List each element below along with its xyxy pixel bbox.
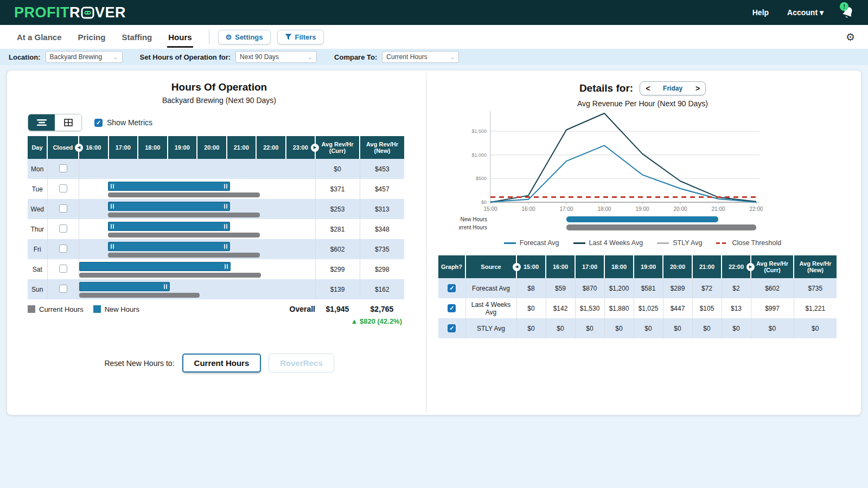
drag-handle-left-icon[interactable]	[111, 224, 112, 229]
drag-handle-right-icon[interactable]	[226, 184, 227, 189]
drag-handle-right-icon[interactable]	[227, 264, 228, 269]
closed-checkbox[interactable]	[59, 265, 67, 273]
graph-checkbox[interactable]	[448, 324, 456, 332]
svg-text:$1,500: $1,500	[471, 129, 487, 134]
drag-handle-right-icon[interactable]	[226, 204, 227, 209]
drag-handle-right-icon[interactable]	[226, 224, 227, 229]
reset-row: Reset New Hours to: Current Hours RoverR…	[28, 354, 411, 373]
series-line-last-4-weeks-avg	[490, 113, 756, 202]
day-label: Fri	[28, 239, 47, 259]
closed-checkbox[interactable]	[59, 204, 67, 213]
drag-handle-left-icon[interactable]	[113, 224, 114, 229]
new-hours-bar[interactable]	[108, 202, 229, 211]
filters-button[interactable]: Filters	[277, 30, 324, 44]
hours-row-fri: Fri$602$735	[28, 239, 404, 259]
list-view-button[interactable]	[28, 114, 55, 131]
show-metrics-checkbox[interactable]	[94, 119, 103, 127]
nav-divider	[209, 29, 209, 44]
svg-text:17:00: 17:00	[559, 206, 573, 212]
source-label: STLY Avg	[465, 318, 516, 338]
drag-handle-right-icon[interactable]	[224, 244, 225, 249]
avg-rev-new-value: $298	[360, 259, 404, 279]
roverrecs-button[interactable]: RoverRecs	[269, 354, 334, 373]
logo-rover-r: R	[69, 5, 80, 20]
closed-checkbox[interactable]	[59, 285, 67, 293]
set-hours-select[interactable]: Next 90 Days⌄	[235, 51, 317, 63]
new-hours-bar[interactable]	[108, 222, 229, 231]
drag-handle-right-icon[interactable]	[164, 284, 165, 289]
profitrover-logo[interactable]: PROFITRVER	[14, 5, 126, 20]
next-day-button[interactable]: >	[695, 85, 700, 92]
scroll-later-icon[interactable]: ▶	[746, 263, 755, 271]
drag-handle-right-icon[interactable]	[224, 224, 225, 229]
closed-checkbox[interactable]	[59, 245, 67, 253]
closed-checkbox[interactable]	[59, 224, 67, 233]
legend-swatch	[716, 242, 728, 244]
hours-bars-area	[79, 239, 315, 259]
nav-tabs: At a GlancePricingStaffingHours	[9, 27, 200, 48]
tab-pricing[interactable]: Pricing	[77, 27, 107, 48]
compare-to-select[interactable]: Current Hours⌄	[382, 51, 459, 63]
closed-checkbox[interactable]	[59, 164, 67, 172]
grid-view-button[interactable]	[55, 114, 81, 131]
revenue-line-chart: $0$500$1,000$1,50015:0016:0017:0018:0019…	[459, 109, 763, 237]
settings-button[interactable]: ⚙ Settings	[218, 30, 271, 44]
drag-handle-right-icon[interactable]	[224, 184, 225, 189]
drag-handle-left-icon[interactable]	[111, 184, 112, 189]
overall-new-value: $2,765	[360, 305, 404, 313]
hour-value: $0	[722, 318, 751, 338]
drag-handle-left-icon[interactable]	[111, 244, 112, 249]
avg-rev-new-value: $162	[360, 279, 404, 299]
legend-current-hours: Current Hours	[28, 305, 84, 313]
tab-staffing[interactable]: Staffing	[120, 27, 153, 48]
drag-handle-right-icon[interactable]	[225, 264, 226, 269]
account-menu[interactable]: Account ▾	[787, 8, 824, 17]
graph-checkbox[interactable]	[448, 284, 456, 292]
time-column-header: 16:00◀	[79, 136, 108, 159]
page-settings-gear-icon[interactable]: ⚙	[846, 31, 859, 43]
tab-at-a-glance[interactable]: At a Glance	[16, 27, 63, 48]
legend-swatch	[657, 242, 669, 244]
time-column-header: 21:00	[227, 136, 257, 159]
scroll-earlier-icon[interactable]: ◀	[513, 263, 521, 271]
reset-current-hours-button[interactable]: Current Hours	[182, 354, 261, 373]
hour-value: $0	[604, 318, 634, 338]
closed-checkbox[interactable]	[59, 184, 67, 192]
drag-handle-right-icon[interactable]	[166, 284, 167, 289]
details-title: Details for:	[579, 82, 633, 94]
current-hours-bar	[108, 233, 260, 237]
drag-handle-right-icon[interactable]	[226, 244, 227, 249]
help-link[interactable]: Help	[752, 8, 769, 17]
drag-handle-left-icon[interactable]	[113, 204, 114, 209]
overall-delta: ▲ $820 (42.2%)	[28, 317, 404, 325]
drag-handle-left-icon[interactable]	[113, 184, 114, 189]
scroll-earlier-icon[interactable]: ◀	[75, 144, 83, 152]
new-hours-bar[interactable]	[108, 182, 229, 191]
hours-row-sat: Sat$299$298	[28, 259, 404, 279]
new-hours-bar[interactable]	[79, 282, 170, 291]
show-metrics-toggle[interactable]: Show Metrics	[94, 118, 152, 127]
drag-handle-left-icon[interactable]	[111, 204, 112, 209]
closed-cell	[47, 259, 79, 279]
legend-swatch	[504, 242, 516, 244]
new-hours-swatch	[93, 305, 101, 313]
location-select[interactable]: Backyard Brewing⌄	[46, 51, 123, 63]
avg-rev-new-value: $735	[360, 239, 404, 259]
tab-hours[interactable]: Hours	[167, 27, 193, 48]
hour-value: $870	[575, 278, 604, 298]
graph-column-header: Graph?	[438, 255, 465, 278]
prev-day-button[interactable]: <	[646, 85, 650, 92]
filter-funnel-icon	[285, 34, 292, 40]
drag-handle-right-icon[interactable]	[224, 204, 225, 209]
drag-handle-left-icon[interactable]	[113, 244, 114, 249]
view-toggle	[28, 114, 82, 131]
new-hours-bar[interactable]	[79, 262, 231, 271]
time-column-header: 17:00	[575, 255, 604, 278]
time-column-header: 20:00	[663, 255, 692, 278]
new-hours-bar[interactable]	[108, 242, 229, 251]
graph-checkbox[interactable]	[448, 304, 456, 312]
scroll-later-icon[interactable]: ▶	[311, 144, 319, 152]
chevron-down-icon: ⌄	[450, 54, 455, 61]
time-column-header: 20:00	[197, 136, 227, 159]
notification-bell[interactable]: !	[842, 6, 854, 19]
